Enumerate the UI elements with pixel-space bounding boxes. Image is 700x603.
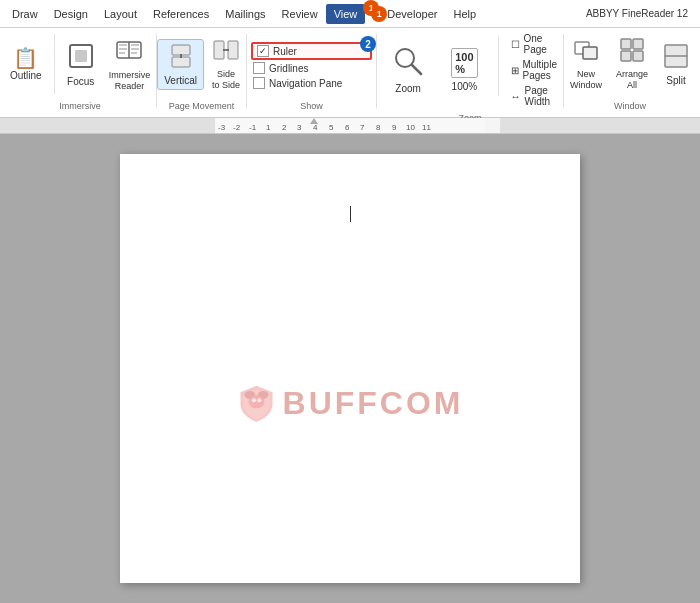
document-page: BUFFCOM xyxy=(120,154,580,583)
window-group-label: Window xyxy=(564,98,696,112)
immersive-reader-icon xyxy=(115,36,143,68)
abbyy-label: ABBYY FineReader 12 xyxy=(586,8,696,19)
watermark: BUFFCOM xyxy=(237,383,464,423)
svg-rect-6 xyxy=(119,52,125,54)
arrange-all-icon xyxy=(619,37,645,67)
split-button[interactable]: Split xyxy=(656,40,696,89)
zoom-button[interactable]: Zoom xyxy=(381,42,435,98)
menu-view[interactable]: View xyxy=(326,4,366,24)
focus-button[interactable]: Focus xyxy=(61,39,101,90)
svg-rect-20 xyxy=(621,39,631,49)
multiple-pages-label: Multiple Pages xyxy=(523,59,557,81)
arrange-all-label: ArrangeAll xyxy=(616,69,648,91)
focus-label: Focus xyxy=(67,76,94,87)
show-group-label: show xyxy=(247,98,376,112)
navigation-pane-checkbox-row[interactable]: Navigation Pane xyxy=(251,76,344,90)
zoom-100-button[interactable]: 100% 100% xyxy=(437,44,491,96)
ruler-label: Ruler xyxy=(273,46,297,57)
svg-rect-14 xyxy=(228,41,238,59)
ruler-right-margin xyxy=(500,118,700,133)
svg-rect-8 xyxy=(131,48,139,50)
multiple-pages-icon: ⊞ xyxy=(511,65,519,76)
outline-label: Outline xyxy=(10,70,42,81)
menu-design[interactable]: Design xyxy=(46,4,96,24)
page-movement-group-label: Page Movement xyxy=(157,98,246,112)
side-to-side-button[interactable]: Sideto Side xyxy=(206,34,246,94)
svg-rect-22 xyxy=(621,51,631,61)
ribbon-group-page-movement: Vertical Sideto Side Page Movement xyxy=(157,30,247,112)
svg-rect-7 xyxy=(131,44,139,46)
page-width-icon: ↔ xyxy=(511,91,521,102)
side-to-side-icon xyxy=(213,37,239,67)
side-to-side-label: Sideto Side xyxy=(212,69,240,91)
menu-review[interactable]: Review xyxy=(274,4,326,24)
menu-developer[interactable]: Developer xyxy=(379,4,445,24)
ribbon-group-window: NewWindow ArrangeAll Split Window xyxy=(564,30,696,112)
split-icon xyxy=(663,43,689,73)
ruler-checkbox[interactable] xyxy=(257,45,269,57)
ribbon-group-zoom: Zoom 100% 100% ☐ One Page ⊞ Multiple xyxy=(377,30,564,112)
immersive-group-label: Immersive xyxy=(4,98,156,112)
svg-rect-13 xyxy=(214,41,224,59)
svg-point-43 xyxy=(252,398,256,402)
ruler-bar: -3 -2 -1 1 2 3 4 5 6 7 8 9 10 11 xyxy=(0,118,700,134)
outline-icon: 📋 xyxy=(13,48,38,68)
focus-icon xyxy=(67,42,95,74)
svg-rect-21 xyxy=(633,39,643,49)
ribbon: 📋 Outline Focus ImmersiveReader xyxy=(0,28,700,118)
text-cursor xyxy=(350,206,351,222)
zoom-100-label: 100% xyxy=(452,81,478,92)
vertical-icon xyxy=(168,43,194,73)
document-area: BUFFCOM xyxy=(0,134,700,603)
svg-rect-11 xyxy=(172,57,190,67)
one-page-option[interactable]: ☐ One Page xyxy=(509,32,559,56)
svg-rect-23 xyxy=(633,51,643,61)
gridlines-label: Gridlines xyxy=(269,63,308,74)
svg-rect-1 xyxy=(75,50,87,62)
svg-point-44 xyxy=(257,398,261,402)
zoom-label: Zoom xyxy=(395,83,421,94)
ruler-checkbox-row[interactable]: Ruler 2 xyxy=(251,42,372,60)
multiple-pages-option[interactable]: ⊞ Multiple Pages xyxy=(509,58,559,82)
vertical-button[interactable]: Vertical xyxy=(157,39,204,90)
new-window-icon xyxy=(573,37,599,67)
gridlines-checkbox-row[interactable]: Gridlines xyxy=(251,61,310,75)
new-window-button[interactable]: NewWindow xyxy=(564,34,608,94)
vertical-label: Vertical xyxy=(164,75,197,86)
svg-rect-19 xyxy=(583,47,597,59)
outline-button[interactable]: 📋 Outline xyxy=(4,45,48,84)
watermark-shield-icon xyxy=(237,383,277,423)
page-width-option[interactable]: ↔ Page Width xyxy=(509,84,559,108)
zoom-100-icon: 100% xyxy=(451,48,477,78)
menu-mailings[interactable]: Mailings xyxy=(217,4,273,24)
view-badge: 1 xyxy=(371,6,387,22)
page-width-label: Page Width xyxy=(525,85,557,107)
svg-point-42 xyxy=(249,395,265,408)
menu-layout[interactable]: Layout xyxy=(96,4,145,24)
svg-rect-9 xyxy=(131,52,137,54)
ribbon-group-show: Ruler 2 Gridlines Navigation Pane show xyxy=(247,30,377,112)
navigation-pane-label: Navigation Pane xyxy=(269,78,342,89)
menu-references[interactable]: References xyxy=(145,4,217,24)
svg-line-17 xyxy=(412,65,421,74)
show-badge: 2 xyxy=(360,36,376,52)
one-page-label: One Page xyxy=(524,33,557,55)
split-label: Split xyxy=(666,75,685,86)
svg-rect-10 xyxy=(172,45,190,55)
menu-draw[interactable]: Draw xyxy=(4,4,46,24)
arrange-all-button[interactable]: ArrangeAll xyxy=(610,34,654,94)
gridlines-checkbox[interactable] xyxy=(253,62,265,74)
svg-rect-4 xyxy=(119,44,127,46)
ribbon-group-immersive: 📋 Outline Focus ImmersiveReader xyxy=(4,30,157,112)
navigation-pane-checkbox[interactable] xyxy=(253,77,265,89)
menu-bar: Draw Design Layout References Mailings R… xyxy=(0,0,700,28)
zoom-icon xyxy=(393,46,423,80)
immersive-reader-label: ImmersiveReader xyxy=(109,70,151,92)
ruler-left-margin xyxy=(0,118,215,133)
watermark-text: BUFFCOM xyxy=(283,385,464,422)
menu-help[interactable]: Help xyxy=(445,4,484,24)
immersive-reader-button[interactable]: ImmersiveReader xyxy=(103,33,157,95)
ruler-center xyxy=(215,118,485,133)
new-window-label: NewWindow xyxy=(570,69,602,91)
one-page-icon: ☐ xyxy=(511,39,520,50)
